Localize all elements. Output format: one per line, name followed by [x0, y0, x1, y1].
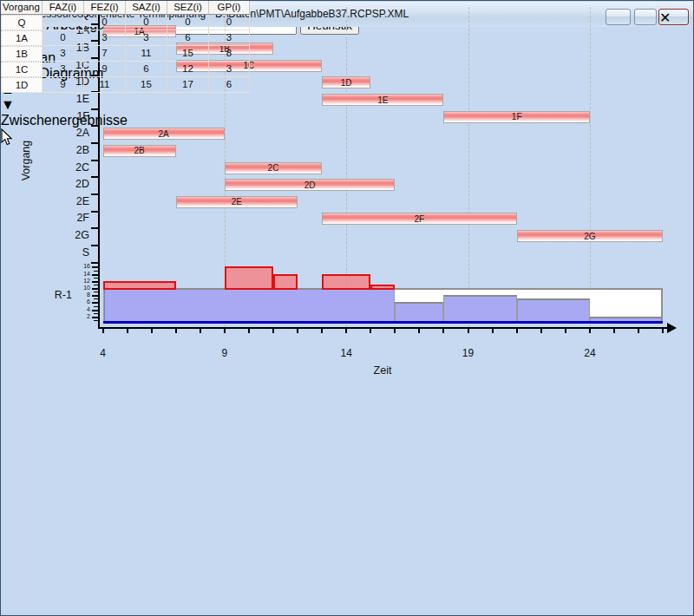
table-cell-r3c5: 3: [209, 62, 250, 77]
gantt-row-label-2G: 2G: [36, 229, 89, 241]
table-cell-r3c1: 3: [43, 62, 84, 77]
resource-overflow-t13: [322, 274, 370, 290]
resource-axis-tick: [92, 266, 98, 268]
table-cell-r4c4: 17: [167, 77, 209, 93]
table-cell-r2c1: 3: [43, 46, 84, 62]
gantt-bar-2D: 2D: [225, 179, 395, 191]
x-axis-tick: [565, 329, 566, 333]
resource-overflow-t11: [273, 274, 298, 290]
y-axis-tick: [91, 227, 98, 229]
gantt-bar-2F: 2F: [322, 213, 517, 225]
resource-axis-tick: [94, 271, 98, 272]
resource-axis-label-2: 2: [75, 313, 90, 320]
table-cell-r3c4: 12: [167, 62, 209, 77]
x-axis-tick: [102, 329, 104, 333]
table-header-SEZ(i): SEZ(i): [167, 1, 209, 15]
x-axis-tick: [200, 329, 201, 333]
x-axis-arrow-icon: [667, 323, 677, 333]
close-button[interactable]: ✕: [658, 9, 689, 25]
table-cell-r2c4: 15: [167, 46, 209, 62]
resource-axis-label-10: 10: [75, 285, 90, 292]
y-axis-tick: [91, 125, 98, 127]
resource-overflow-t9: [225, 266, 273, 290]
gantt-row-label-2E: 2E: [36, 195, 89, 207]
gantt-bar-2G: 2G: [517, 230, 663, 242]
table-cell-r4c2: 11: [84, 77, 126, 93]
y-axis-tick: [91, 262, 98, 264]
x-axis-tick: [492, 329, 494, 333]
close-icon: ✕: [659, 10, 671, 25]
gantt-row-label-2D: 2D: [36, 178, 89, 190]
resource-axis-tick: [94, 306, 98, 307]
table-cell-r0c1: [43, 15, 84, 30]
table-cell-r0c3: 0: [126, 15, 167, 30]
resource-axis-tick: [94, 292, 98, 292]
x-axis-tick: [127, 329, 128, 333]
resource-usage-area: [103, 288, 396, 322]
table-header-Vorgang: Vorgang: [1, 1, 43, 15]
minimize-button[interactable]: [606, 9, 631, 25]
x-axis-tick: [662, 329, 664, 333]
resource-axis-label-6: 6: [75, 298, 90, 305]
x-tick-label-19: 19: [456, 347, 481, 359]
gantt-bar-1D: 1D: [322, 76, 370, 88]
x-axis-tick: [516, 329, 518, 333]
gantt-row-label-1E: 1E: [36, 93, 89, 105]
x-axis-tick: [370, 329, 371, 333]
table-cell-r2c2: 7: [84, 46, 126, 62]
gridline-t19: [468, 7, 469, 327]
gantt-row-label-1F: 1F: [36, 110, 89, 122]
table-cell-r3c2: 9: [84, 62, 126, 77]
table-cell-r1c3: 3: [126, 30, 167, 46]
x-axis-tick: [589, 329, 591, 333]
gantt-row-label-2A: 2A: [36, 127, 89, 139]
x-tick-label-9: 9: [213, 347, 237, 359]
resource-axis-tick: [94, 313, 98, 314]
resource-axis-label-4: 4: [75, 306, 90, 313]
x-axis-tick: [345, 329, 347, 333]
mouse-cursor: [1, 128, 13, 147]
table-cell-r0c0: Q: [1, 15, 43, 30]
x-axis-tick: [468, 329, 469, 333]
resource-axis-tick: [94, 320, 98, 321]
x-axis-tick: [613, 329, 615, 333]
x-axis-tick: [321, 329, 323, 333]
table-cell-r1c1: 0: [43, 30, 84, 46]
resource-baseline: [103, 321, 664, 324]
table-cell-r4c0: 1D: [1, 77, 43, 93]
table-cell-r1c0: 1A: [1, 30, 43, 46]
resource-axis-tick: [92, 274, 98, 276]
resource-axis-label-8: 8: [75, 292, 90, 298]
resource-axis-tick: [92, 310, 98, 311]
x-axis-tick: [248, 329, 250, 333]
app-window: P Ressourcenorientierte Terminplanung - …: [0, 0, 694, 616]
resource-axis-tick: [92, 317, 98, 318]
gantt-row-label-2F: 2F: [36, 212, 89, 224]
table-cell-r0c4: 0: [167, 15, 209, 30]
client-area: Datei Netzplan Optionen Ende Anzahl Arbe…: [1, 1, 693, 128]
gantt-row-label-S: S: [36, 246, 89, 259]
resource-axis-label-12: 12: [75, 278, 90, 285]
gantt-bar-2B: 2B: [103, 145, 176, 157]
gantt-x-axis: [98, 327, 668, 329]
x-axis-tick: [297, 329, 298, 333]
x-axis-tick: [272, 329, 274, 333]
y-axis-tick: [91, 142, 98, 144]
gridline-t24: [590, 7, 591, 327]
y-axis-tick: [91, 160, 98, 161]
x-axis-tick: [224, 329, 226, 333]
resource-axis-tick: [92, 302, 98, 304]
table-cell-r1c5: 3: [209, 30, 250, 46]
maximize-button[interactable]: [634, 9, 657, 25]
y-axis-tick: [91, 193, 98, 195]
gantt-bar-1E: 1E: [322, 94, 443, 106]
table-cell-r4c1: 9: [43, 77, 84, 93]
resource-axis-tick: [92, 295, 98, 297]
resource-axis-tick: [94, 278, 98, 279]
table-cell-r0c2: 0: [84, 15, 126, 30]
table-header-GP(i): GP(i): [209, 1, 250, 15]
table-cell-r4c3: 15: [126, 77, 167, 93]
table-cell-r0c5: 0: [209, 15, 250, 30]
table-cell-r1c4: 6: [167, 30, 209, 46]
table-cell-r2c0: 1B: [1, 46, 43, 62]
